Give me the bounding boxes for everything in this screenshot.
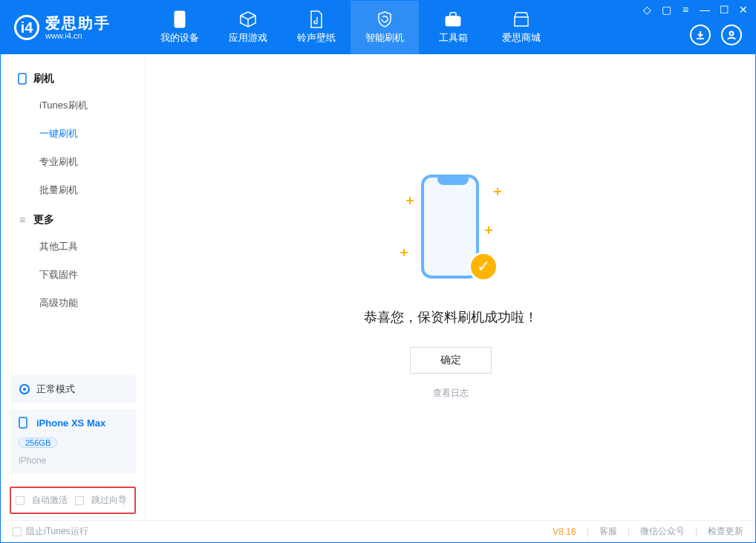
nav-toolbox[interactable]: 工具箱 <box>419 1 487 54</box>
user-icon[interactable] <box>721 25 742 45</box>
block-itunes-label: 阻止iTunes运行 <box>26 525 88 538</box>
skip-guide-label: 跳过向导 <box>91 494 127 507</box>
sidebar-item-oneclick-flash[interactable]: 一键刷机 <box>1 120 145 148</box>
svg-rect-1 <box>446 16 460 26</box>
logo: i4 爱思助手 www.i4.cn <box>1 1 146 54</box>
svg-rect-2 <box>450 13 456 16</box>
nav-my-device[interactable]: 我的设备 <box>146 1 214 54</box>
flash-options: 自动激活 跳过向导 <box>10 487 136 514</box>
device-info-box[interactable]: iPhone XS Max 256GB iPhone <box>10 409 136 473</box>
checkbox-auto-activate[interactable] <box>16 496 25 505</box>
svg-rect-7 <box>19 417 27 428</box>
sidebar-item-other-tools[interactable]: 其他工具 <box>1 233 145 261</box>
version-label: V8.16 <box>553 527 576 537</box>
menu-icon[interactable]: ≡ <box>680 4 691 16</box>
list-icon: ≡ <box>17 215 27 225</box>
sidebar-section-flash: 刷机 iTunes刷机 一键刷机 专业刷机 批量刷机 <box>1 66 145 204</box>
success-message: 恭喜您，保资料刷机成功啦！ <box>364 308 538 326</box>
window-controls: ◇ ▢ ≡ — ☐ ✕ <box>641 4 749 16</box>
sidebar-section-header[interactable]: ≡ 更多 <box>1 207 145 233</box>
device-icon <box>171 10 189 28</box>
auto-activate-label: 自动激活 <box>32 494 68 507</box>
nav-ringtones[interactable]: 铃声壁纸 <box>282 1 351 54</box>
app-body: 刷机 iTunes刷机 一键刷机 专业刷机 批量刷机 ≡ 更多 其他工具 下载固… <box>1 54 755 520</box>
maximize-icon[interactable]: ☐ <box>718 4 730 16</box>
minimize-icon[interactable]: — <box>699 4 711 16</box>
sidebar-item-advanced[interactable]: 高级功能 <box>1 289 145 317</box>
device-mode-box[interactable]: 正常模式 <box>10 375 136 403</box>
music-file-icon <box>307 10 325 28</box>
nav-flash[interactable]: 智能刷机 <box>351 1 419 54</box>
feedback-icon[interactable]: ▢ <box>660 4 672 16</box>
nav-label: 爱思商城 <box>502 31 541 45</box>
svg-point-3 <box>730 32 734 36</box>
device-storage: 256GB <box>19 438 57 448</box>
nav-label: 智能刷机 <box>365 31 404 45</box>
nav-label: 应用游戏 <box>229 31 267 45</box>
nav-label: 我的设备 <box>160 31 199 45</box>
sidebar-section-header[interactable]: 刷机 <box>1 66 145 91</box>
main-content: ✓ 恭喜您，保资料刷机成功啦！ 确定 查看日志 <box>146 54 755 520</box>
mode-label: 正常模式 <box>36 383 75 396</box>
cube-icon <box>239 10 257 28</box>
toolbox-icon <box>444 10 462 28</box>
status-bar: 阻止iTunes运行 V8.16 | 客服 | 微信公众号 | 检查更新 <box>1 520 755 542</box>
app-header: i4 爱思助手 www.i4.cn 我的设备 应用游戏 铃声壁纸 智能刷机 工具… <box>1 1 755 54</box>
checkbox-block-itunes[interactable] <box>13 527 22 536</box>
app-subtitle: www.i4.cn <box>45 31 111 40</box>
device-panel: 正常模式 iPhone XS Max 256GB iPhone <box>1 375 145 487</box>
checkbox-skip-guide[interactable] <box>75 496 84 505</box>
svg-rect-4 <box>19 74 26 84</box>
skin-icon[interactable]: ◇ <box>641 4 653 16</box>
close-icon[interactable]: ✕ <box>737 4 749 16</box>
header-utility-icons <box>690 25 742 45</box>
phone-outline-icon <box>17 74 27 84</box>
logo-icon: i4 <box>14 15 39 40</box>
nav-store[interactable]: 爱思商城 <box>487 1 555 54</box>
device-name: iPhone XS Max <box>36 417 105 429</box>
view-log-link[interactable]: 查看日志 <box>433 387 469 400</box>
footer-link-wechat[interactable]: 微信公众号 <box>640 525 685 538</box>
top-nav: 我的设备 应用游戏 铃声壁纸 智能刷机 工具箱 爱思商城 <box>146 1 555 54</box>
sidebar-item-itunes-flash[interactable]: iTunes刷机 <box>1 91 145 120</box>
sidebar: 刷机 iTunes刷机 一键刷机 专业刷机 批量刷机 ≡ 更多 其他工具 下载固… <box>1 54 146 520</box>
confirm-button[interactable]: 确定 <box>410 347 492 374</box>
phone-icon <box>19 417 30 429</box>
nav-label: 工具箱 <box>439 31 468 45</box>
store-icon <box>512 10 530 28</box>
shield-refresh-icon <box>376 10 394 28</box>
device-type: iPhone <box>19 455 46 466</box>
sidebar-item-pro-flash[interactable]: 专业刷机 <box>1 148 145 176</box>
nav-label: 铃声壁纸 <box>297 31 336 45</box>
svg-point-6 <box>23 388 26 391</box>
sidebar-section-more: ≡ 更多 其他工具 下载固件 高级功能 <box>1 207 145 317</box>
download-icon[interactable] <box>690 25 711 45</box>
mode-icon <box>19 383 30 395</box>
footer-link-update[interactable]: 检查更新 <box>708 525 743 538</box>
sidebar-item-batch-flash[interactable]: 批量刷机 <box>1 176 145 204</box>
svg-rect-0 <box>175 11 185 27</box>
success-illustration: ✓ <box>399 175 503 286</box>
checkmark-badge-icon: ✓ <box>469 252 498 282</box>
sidebar-item-download-firmware[interactable]: 下载固件 <box>1 261 145 289</box>
nav-apps[interactable]: 应用游戏 <box>214 1 282 54</box>
app-title: 爱思助手 <box>45 15 111 31</box>
footer-link-support[interactable]: 客服 <box>599 525 617 538</box>
